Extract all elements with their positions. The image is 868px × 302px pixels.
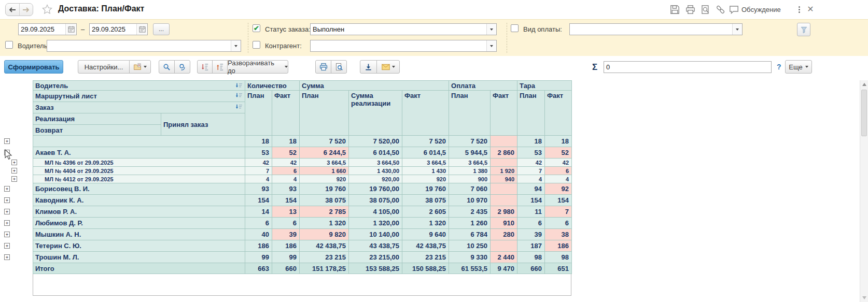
value-cell[interactable]: 6: [272, 167, 300, 175]
value-cell[interactable]: 10 970: [449, 195, 491, 206]
header-sub-6[interactable]: Факт: [491, 91, 517, 136]
expand-node-button[interactable]: +: [4, 186, 10, 192]
print-report-button[interactable]: [315, 60, 331, 74]
value-cell[interactable]: 18: [517, 136, 545, 147]
value-cell[interactable]: 52: [545, 147, 572, 159]
favorite-star-icon[interactable]: [41, 4, 53, 17]
date-from-input[interactable]: [21, 24, 64, 35]
value-cell[interactable]: 9 470: [491, 263, 517, 274]
expand-node-button[interactable]: +: [4, 220, 10, 226]
save-icon[interactable]: [670, 5, 680, 15]
value-cell[interactable]: 38 075: [402, 195, 449, 206]
row-label[interactable]: Борисовец В. И.: [33, 183, 245, 195]
value-cell[interactable]: 920,00: [349, 175, 402, 183]
driver-dropdown-button[interactable]: [231, 40, 241, 51]
value-cell[interactable]: 2 440: [491, 252, 517, 263]
value-cell[interactable]: 154: [245, 195, 272, 206]
value-cell[interactable]: 6 014,50: [349, 147, 402, 159]
value-cell[interactable]: 11: [517, 206, 545, 218]
value-cell[interactable]: [491, 183, 517, 195]
value-cell[interactable]: 3 664,50: [349, 159, 402, 167]
value-cell[interactable]: 4: [245, 175, 272, 183]
value-cell[interactable]: 3 664,5: [300, 159, 349, 167]
collapse-node-button[interactable]: −: [4, 150, 10, 155]
value-cell[interactable]: 651: [545, 263, 572, 274]
value-cell[interactable]: 6: [545, 218, 572, 229]
value-cell[interactable]: 920: [300, 175, 349, 183]
value-cell[interactable]: 6: [545, 167, 572, 175]
payment-type-checkbox[interactable]: [511, 24, 519, 32]
sort-icon[interactable]: [235, 93, 243, 98]
value-cell[interactable]: 7: [517, 167, 545, 175]
payment-type-dropdown-button[interactable]: [732, 24, 742, 35]
value-cell[interactable]: 910: [491, 218, 517, 229]
value-cell[interactable]: 53: [245, 147, 272, 159]
row-label[interactable]: Акаев Т. А.: [33, 147, 245, 159]
scroll-down-arrow[interactable]: [862, 296, 866, 299]
header-sub-3[interactable]: Сумма реализации: [349, 91, 402, 136]
value-cell[interactable]: 38: [545, 229, 572, 240]
value-cell[interactable]: 38 075,00: [349, 195, 402, 206]
sort-icon[interactable]: [235, 83, 243, 89]
scrollbar-thumb[interactable]: [861, 90, 867, 136]
value-cell[interactable]: 1 430: [402, 167, 449, 175]
header-group-0[interactable]: Количество: [245, 81, 300, 91]
expand-to-button[interactable]: Разворачивать до: [227, 60, 288, 74]
value-cell[interactable]: 663: [245, 263, 272, 274]
value-cell[interactable]: 42: [245, 159, 272, 167]
value-cell[interactable]: 7 520: [402, 136, 449, 147]
value-cell[interactable]: 7 060: [449, 183, 491, 195]
value-cell[interactable]: 2 980: [491, 206, 517, 218]
value-cell[interactable]: 2 435: [449, 206, 491, 218]
row-label[interactable]: МЛ № 4396 от 29.09.2025: [33, 159, 245, 167]
search-next-button[interactable]: [174, 60, 190, 74]
collapse-groups-button[interactable]: [212, 60, 228, 74]
header-group-1[interactable]: Сумма: [300, 81, 449, 91]
close-icon[interactable]: ✕: [806, 4, 815, 15]
header-sub-7[interactable]: План: [517, 91, 545, 136]
value-cell[interactable]: 61 553,5: [449, 263, 491, 274]
date-to-calendar-button[interactable]: [136, 24, 147, 35]
value-cell[interactable]: 10 250: [449, 240, 491, 252]
value-cell[interactable]: 18: [272, 136, 300, 147]
value-cell[interactable]: 187: [517, 240, 545, 252]
expand-node-button[interactable]: +: [4, 243, 10, 249]
value-cell[interactable]: 93: [245, 183, 272, 195]
value-cell[interactable]: 1 920: [491, 167, 517, 175]
more-actions-button[interactable]: Еще: [785, 60, 812, 74]
value-cell[interactable]: 3 664,5: [449, 159, 491, 167]
value-cell[interactable]: 151 178,25: [300, 263, 349, 274]
payment-type-input[interactable]: [570, 24, 732, 35]
value-cell[interactable]: 52: [272, 147, 300, 159]
row-label[interactable]: Тетерин С. Ю.: [33, 240, 245, 252]
expand-groups-button[interactable]: [197, 60, 213, 74]
date-to-input[interactable]: [92, 24, 135, 35]
forward-button[interactable]: [20, 4, 33, 16]
value-cell[interactable]: 42 438,75: [402, 240, 449, 252]
date-from-calendar-button[interactable]: [65, 24, 76, 35]
header-sub-8[interactable]: Факт: [545, 91, 572, 136]
value-cell[interactable]: 23 215: [402, 252, 449, 263]
row-label[interactable]: Климов Р. А.: [33, 206, 245, 218]
value-cell[interactable]: 99: [272, 252, 300, 263]
value-cell[interactable]: 6: [245, 218, 272, 229]
expand-node-button[interactable]: +: [11, 168, 17, 174]
value-cell[interactable]: 154: [517, 195, 545, 206]
value-cell[interactable]: 660: [517, 263, 545, 274]
value-cell[interactable]: 660: [272, 263, 300, 274]
value-cell[interactable]: 18: [245, 136, 272, 147]
value-cell[interactable]: 6 784: [449, 229, 491, 240]
discussion-button[interactable]: [729, 5, 739, 15]
header-group-3[interactable]: Тара: [517, 81, 572, 91]
value-cell[interactable]: 10 140,00: [349, 229, 402, 240]
value-cell[interactable]: 1 320: [300, 218, 349, 229]
value-cell[interactable]: 3 664,5: [402, 159, 449, 167]
discussion-label[interactable]: Обсуждение: [741, 6, 781, 13]
report-variants-button[interactable]: [129, 60, 151, 74]
value-cell[interactable]: 42: [272, 159, 300, 167]
value-cell[interactable]: 7 520: [449, 136, 491, 147]
value-cell[interactable]: 93: [272, 183, 300, 195]
value-cell[interactable]: 7 520,00: [349, 136, 402, 147]
value-cell[interactable]: 23 215,00: [349, 252, 402, 263]
header-zakaz[interactable]: Заказ: [33, 102, 245, 113]
